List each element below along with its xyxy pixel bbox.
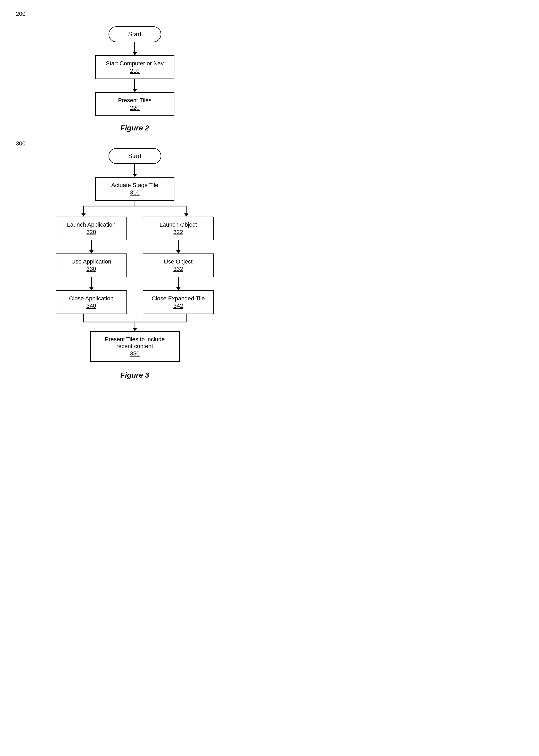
fig2-box2-ref: 220: [104, 104, 166, 111]
fig3-arrow-lo: [176, 240, 181, 253]
fig3-use-app: Use Application 330: [56, 253, 127, 277]
fig3-launch-app-text: Launch Application: [67, 221, 116, 228]
merge-svg-container: [43, 314, 227, 331]
fig2-start-label: Start: [128, 31, 141, 38]
fig2-box1-text: Start Computer or Nav: [106, 60, 164, 67]
branch-svg: [43, 201, 227, 216]
svg-marker-4: [81, 213, 86, 216]
figure2-section: 200 Start Start Computer or Nav 210 Pres…: [0, 11, 270, 135]
arrow2: [133, 79, 137, 92]
fig3-launch-obj-ref: 322: [151, 229, 205, 236]
fig2-box2: Present Tiles 220: [95, 92, 174, 116]
page: 200 Start Start Computer or Nav 210 Pres…: [0, 0, 270, 393]
fig3-present-tiles-text: Present Tiles to include recent content: [105, 336, 165, 349]
two-columns: Launch Application 320 Use Application 3…: [43, 216, 227, 314]
fig3-actuate: Actuate Stage Tile 310: [95, 177, 174, 201]
fig2-box2-text: Present Tiles: [118, 97, 151, 104]
fig3-actuate-ref: 310: [104, 189, 166, 196]
merge-svg: [43, 314, 227, 331]
fig3-close-app-ref: 340: [64, 302, 118, 309]
fig2-box1: Start Computer or Nav 210: [95, 55, 174, 79]
fig3-actuate-text: Actuate Stage Tile: [111, 182, 158, 188]
fig3-use-obj: Use Object 332: [143, 253, 214, 277]
figure3-ref: 300: [16, 140, 26, 147]
fig3-arrow-uo: [176, 277, 181, 291]
branch-svg-container: [43, 201, 227, 216]
left-column: Launch Application 320 Use Application 3…: [56, 216, 127, 314]
svg-marker-10: [133, 328, 137, 331]
fig3-arrow-ua: [89, 277, 94, 291]
figure2-ref: 200: [16, 11, 26, 17]
fig3-present-tiles-ref: 350: [99, 350, 171, 357]
figure3-label: Figure 3: [120, 371, 149, 379]
fig3-close-app: Close Application 340: [56, 291, 127, 314]
fig3-use-obj-text: Use Object: [164, 258, 193, 265]
fig3-use-app-ref: 330: [64, 266, 118, 273]
fig3-launch-app-ref: 320: [64, 229, 118, 236]
fig3-use-app-text: Use Application: [71, 258, 112, 265]
fig3-close-app-text: Close Application: [69, 295, 114, 302]
fig3-close-tile-ref: 342: [151, 302, 205, 309]
right-column: Launch Object 322 Use Object 332 Close E…: [143, 216, 214, 314]
fig3-start-pill: Start: [109, 148, 161, 164]
fig3-start-label: Start: [128, 152, 141, 159]
fig3-launch-app: Launch Application 320: [56, 216, 127, 240]
arrow1: [133, 42, 137, 55]
fig3-use-obj-ref: 332: [151, 266, 205, 273]
fig2-start-pill: Start: [109, 26, 161, 42]
fig3-arrow-la: [89, 240, 94, 253]
fig3-launch-obj: Launch Object 322: [143, 216, 214, 240]
fig2-box1-ref: 210: [104, 67, 166, 74]
fig3-close-tile-text: Close Expanded Tile: [152, 295, 205, 302]
fig3-close-tile: Close Expanded Tile 342: [143, 291, 214, 314]
fig3-present-tiles: Present Tiles to include recent content …: [90, 331, 180, 362]
svg-marker-5: [184, 213, 189, 216]
fig3-arrow1: [133, 164, 137, 177]
figure3-section: 300 Start Actuate Stage Tile 310: [0, 140, 270, 382]
figure2-label: Figure 2: [120, 124, 149, 132]
fig3-launch-obj-text: Launch Object: [160, 221, 197, 228]
